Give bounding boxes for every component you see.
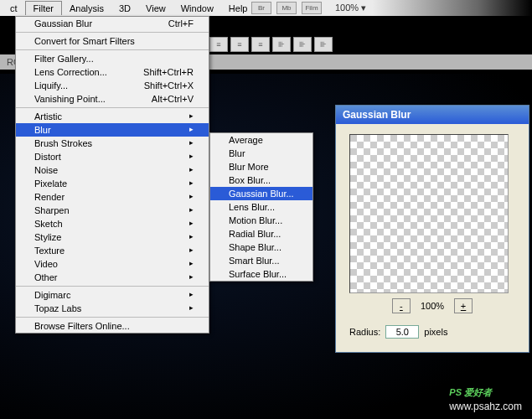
- blur-blur[interactable]: Blur: [210, 147, 312, 160]
- filter-sharpen[interactable]: Sharpen: [16, 204, 209, 217]
- blur-motion[interactable]: Motion Blur...: [210, 214, 312, 227]
- filter-liquify[interactable]: Liquify...Shift+Ctrl+X: [16, 79, 209, 92]
- align-icon[interactable]: ⊪: [314, 37, 333, 52]
- toolbar-icons: Br Mb Film 100% ▾: [251, 0, 366, 16]
- blur-surface[interactable]: Surface Blur...: [210, 267, 312, 281]
- radius-row: Radius: pixels: [336, 322, 529, 352]
- zoom-value[interactable]: 100% ▾: [335, 3, 366, 13]
- filter-video[interactable]: Video: [16, 257, 209, 271]
- filter-brush-strokes[interactable]: Brush Strokes: [16, 137, 209, 150]
- film-icon[interactable]: Film: [302, 2, 322, 14]
- blur-radial[interactable]: Radial Blur...: [210, 227, 312, 241]
- menu-help[interactable]: Help: [221, 2, 256, 15]
- zoom-percent: 100%: [421, 301, 444, 311]
- filter-blur[interactable]: Blur: [16, 123, 209, 137]
- blur-submenu: Average Blur Blur More Box Blur... Gauss…: [209, 132, 313, 282]
- menu-window[interactable]: Window: [173, 2, 221, 15]
- filter-other[interactable]: Other: [16, 271, 209, 284]
- align-icon[interactable]: ≡: [230, 37, 249, 52]
- menu-3d[interactable]: 3D: [111, 2, 138, 15]
- filter-menu: Gaussian BlurCtrl+F Convert for Smart Fi…: [15, 16, 209, 334]
- zoom-out-button[interactable]: -: [392, 298, 411, 313]
- filter-stylize[interactable]: Stylize: [16, 230, 209, 244]
- filter-noise[interactable]: Noise: [16, 163, 209, 177]
- filter-last[interactable]: Gaussian BlurCtrl+F: [16, 17, 209, 30]
- filter-digimarc[interactable]: Digimarc: [16, 288, 209, 302]
- minibridge-icon[interactable]: Mb: [276, 2, 297, 14]
- align-icon[interactable]: ⊪: [293, 37, 312, 52]
- gaussian-blur-dialog: Gaussian Blur - 100% + Radius: pixels: [335, 105, 529, 353]
- filter-topaz[interactable]: Topaz Labs: [16, 302, 209, 315]
- blur-smart[interactable]: Smart Blur...: [210, 254, 312, 267]
- blur-more[interactable]: Blur More: [210, 160, 312, 173]
- filter-lens-correction[interactable]: Lens Correction...Shift+Ctrl+R: [16, 65, 209, 79]
- filter-texture[interactable]: Texture: [16, 244, 209, 257]
- menu-filter[interactable]: Filter: [25, 1, 62, 15]
- dialog-title: Gaussian Blur: [336, 106, 529, 124]
- align-icon[interactable]: ≡: [251, 37, 270, 52]
- blur-lens[interactable]: Lens Blur...: [210, 200, 312, 214]
- menu-analysis[interactable]: Analysis: [62, 2, 111, 15]
- blur-average[interactable]: Average: [210, 133, 312, 147]
- filter-convert-smart[interactable]: Convert for Smart Filters: [16, 34, 209, 48]
- bridge-icon[interactable]: Br: [251, 2, 271, 14]
- dialog-preview[interactable]: [349, 134, 509, 293]
- zoom-controls: - 100% +: [336, 298, 529, 313]
- radius-input[interactable]: [385, 325, 419, 339]
- filter-browse-online[interactable]: Browse Filters Online...: [16, 319, 209, 333]
- blur-gaussian[interactable]: Gaussian Blur...: [210, 187, 312, 200]
- align-icon[interactable]: ⊪: [272, 37, 291, 52]
- radius-unit: pixels: [424, 327, 447, 337]
- zoom-in-button[interactable]: +: [454, 298, 473, 313]
- filter-artistic[interactable]: Artistic: [16, 110, 209, 123]
- radius-label: Radius:: [349, 327, 380, 337]
- align-toolbar: ≡ ≡ ≡ ⊪ ⊪ ⊪: [209, 35, 360, 54]
- blur-box[interactable]: Box Blur...: [210, 173, 312, 187]
- menu-ct[interactable]: ct: [3, 2, 25, 15]
- filter-pixelate[interactable]: Pixelate: [16, 177, 209, 190]
- filter-sketch[interactable]: Sketch: [16, 217, 209, 230]
- filter-distort[interactable]: Distort: [16, 150, 209, 163]
- filter-gallery[interactable]: Filter Gallery...: [16, 52, 209, 65]
- watermark: PS 爱好者 www.psahz.com: [449, 379, 522, 412]
- filter-render[interactable]: Render: [16, 190, 209, 204]
- menu-view[interactable]: View: [138, 2, 173, 15]
- filter-vanishing-point[interactable]: Vanishing Point...Alt+Ctrl+V: [16, 92, 209, 106]
- blur-shape[interactable]: Shape Blur...: [210, 241, 312, 254]
- align-icon[interactable]: ≡: [209, 37, 228, 52]
